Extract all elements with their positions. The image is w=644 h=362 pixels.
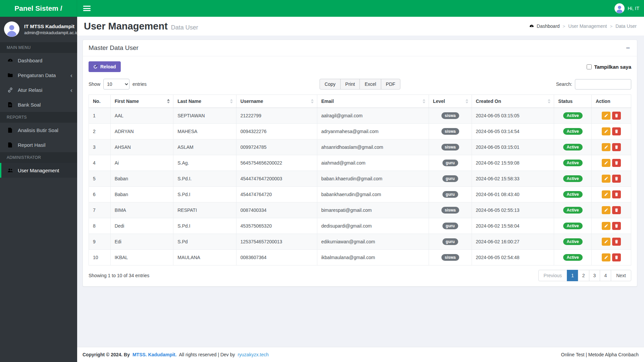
- sidebar-toggle-icon[interactable]: [83, 6, 91, 11]
- cell-last-name: S.Ag.: [173, 155, 236, 171]
- delete-button[interactable]: [612, 143, 621, 151]
- cell-level: siswa: [429, 139, 472, 155]
- pagination: Previous 1 2 3 4 Next: [538, 270, 631, 281]
- reload-button[interactable]: Reload: [89, 61, 121, 72]
- card-header: Master Data User −: [83, 40, 637, 56]
- level-badge: guru: [442, 191, 458, 198]
- delete-button[interactable]: [612, 222, 621, 230]
- edit-button[interactable]: [602, 143, 610, 151]
- cell-first-name: BIMA: [110, 202, 173, 218]
- sidebar-item-user-management[interactable]: User Management: [0, 163, 77, 178]
- pencil-icon: [604, 208, 608, 212]
- footer-dev-link[interactable]: ryuzakyzx.tech: [237, 352, 269, 357]
- level-badge: guru: [442, 223, 458, 229]
- file-icon: [7, 142, 13, 148]
- delete-button[interactable]: [612, 127, 621, 135]
- top-navbar: Hi, IT: [77, 0, 644, 17]
- sidebar-section-main-menu: MAIN MENU: [0, 42, 77, 53]
- table-row: 5BabanS.Pd.I.4544747647200003baban.khaer…: [89, 171, 631, 187]
- cell-status: Active: [554, 108, 592, 124]
- delete-button[interactable]: [612, 238, 621, 246]
- delete-button[interactable]: [612, 206, 621, 214]
- pagination-page-2[interactable]: 2: [578, 270, 589, 281]
- status-badge: Active: [563, 254, 583, 261]
- sort-icon: [423, 99, 426, 104]
- col-header-no: No.: [89, 95, 111, 108]
- cell-action: [591, 155, 631, 171]
- delete-button[interactable]: [612, 175, 621, 183]
- col-header-created-on[interactable]: Created On: [472, 95, 554, 108]
- page-length-select[interactable]: 10: [103, 79, 129, 89]
- sort-icon: [466, 99, 469, 104]
- cell-status: Active: [554, 187, 592, 202]
- pencil-icon: [604, 255, 608, 259]
- cell-no: 5: [89, 171, 111, 187]
- trash-icon: [614, 129, 619, 133]
- edit-button[interactable]: [602, 206, 610, 214]
- col-header-email[interactable]: Email: [317, 95, 429, 108]
- cell-first-name: AAL: [110, 108, 173, 124]
- edit-button[interactable]: [602, 112, 610, 120]
- cell-last-name: S.Pd: [173, 234, 236, 250]
- sidebar-item-atur-relasi[interactable]: Atur Relasi ‹: [0, 82, 77, 97]
- search-input[interactable]: [575, 79, 631, 89]
- col-header-last-name[interactable]: Last Name: [173, 95, 236, 108]
- tampilkan-saya-toggle[interactable]: Tampilkan saya: [587, 64, 631, 70]
- col-header-level[interactable]: Level: [429, 95, 472, 108]
- edit-button[interactable]: [602, 175, 610, 183]
- copy-button[interactable]: Copy: [320, 79, 341, 89]
- edit-button[interactable]: [602, 159, 610, 167]
- trash-icon: [614, 145, 619, 149]
- breadcrumb-data-user: Data User: [615, 23, 637, 29]
- tampilkan-saya-checkbox[interactable]: [587, 64, 592, 69]
- cell-email: aiahmad@gmail.com: [317, 155, 429, 171]
- print-button[interactable]: Print: [340, 79, 360, 89]
- cell-email: edikurniawan@gmail.com: [317, 234, 429, 250]
- pagination-page-4[interactable]: 4: [600, 270, 611, 281]
- sidebar-item-report-hasil[interactable]: Report Hasil: [0, 137, 77, 152]
- col-header-first-name[interactable]: First Name: [110, 95, 173, 108]
- excel-button[interactable]: Excel: [360, 79, 381, 89]
- pagination-page-1[interactable]: 1: [567, 270, 578, 281]
- cell-email: ahsanridhoaslam@gmail.com: [317, 139, 429, 155]
- cell-username: 0094322276: [236, 124, 317, 139]
- collapse-card-icon[interactable]: −: [625, 45, 631, 51]
- edit-button[interactable]: [602, 222, 610, 230]
- edit-button[interactable]: [602, 253, 610, 261]
- chevron-left-icon: ‹: [70, 72, 72, 78]
- pencil-icon: [604, 129, 608, 133]
- brand-logo[interactable]: Panel Sistem /: [0, 0, 77, 17]
- table-row: 3AHSANASLAM0099724785ahsanridhoaslam@gma…: [89, 139, 631, 155]
- col-header-username[interactable]: Username: [236, 95, 317, 108]
- delete-button[interactable]: [612, 159, 621, 167]
- cell-action: [591, 171, 631, 187]
- edit-button[interactable]: [602, 238, 610, 246]
- sidebar-item-pengaturan-data[interactable]: Pengaturan Data ‹: [0, 68, 77, 82]
- level-badge: guru: [442, 238, 458, 245]
- breadcrumb-dashboard[interactable]: Dashboard: [529, 23, 560, 29]
- sidebar-item-dashboard[interactable]: Dashboard: [0, 53, 77, 68]
- pencil-icon: [604, 177, 608, 181]
- cell-first-name: Baban: [110, 171, 173, 187]
- pagination-previous[interactable]: Previous: [538, 270, 567, 281]
- trash-icon: [614, 255, 619, 259]
- pagination-next[interactable]: Next: [611, 270, 631, 281]
- cell-no: 6: [89, 187, 111, 202]
- edit-button[interactable]: [602, 127, 610, 135]
- sidebar-item-analisis-butir-soal[interactable]: Analisis Butir Soal: [0, 123, 77, 137]
- delete-button[interactable]: [612, 112, 621, 120]
- cell-email: adryanmahesa@gmail.com: [317, 124, 429, 139]
- delete-button[interactable]: [612, 190, 621, 198]
- delete-button[interactable]: [612, 253, 621, 261]
- card-body: Reload Tampilkan saya Show 10: [83, 56, 637, 286]
- edit-button[interactable]: [602, 190, 610, 198]
- breadcrumb-user-management[interactable]: User Management: [568, 23, 607, 29]
- status-badge: Active: [563, 128, 583, 135]
- pagination-page-3[interactable]: 3: [589, 270, 600, 281]
- sidebar-item-bank-soal[interactable]: Bank Soal: [0, 97, 77, 112]
- navbar-user-menu[interactable]: Hi, IT: [614, 3, 639, 13]
- pdf-button[interactable]: PDF: [381, 79, 400, 89]
- cell-action: [591, 139, 631, 155]
- footer-brand-link[interactable]: MTSS. Kadudampit.: [132, 352, 176, 357]
- file-text-icon: [7, 102, 13, 108]
